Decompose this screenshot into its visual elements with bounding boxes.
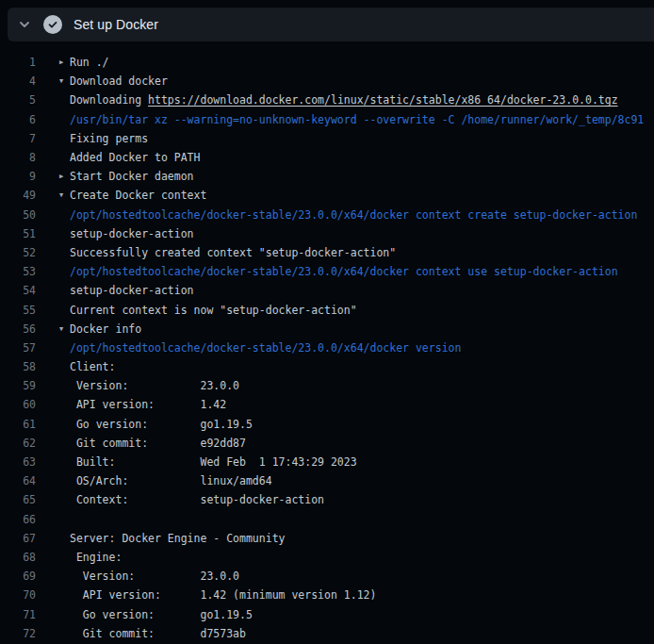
log-line: 54setup-docker-action [0,281,654,300]
line-number[interactable]: 59 [0,379,36,392]
log-text: Version: 23.0.0 [70,379,239,392]
log-text: Server: Docker Engine - Community [70,532,285,545]
line-number[interactable]: 5 [0,93,36,107]
log-line: 67Server: Docker Engine - Community [0,529,654,548]
log-text: Engine: [70,551,122,564]
log-text: Go version: go1.19.5 [70,418,253,431]
chevron-down-icon[interactable] [17,17,32,32]
log-line: 70 API version: 1.42 (minimum version 1.… [0,586,654,604]
log-text: Successfully created context "setup-dock… [70,246,396,259]
line-number[interactable]: 55 [0,304,36,317]
line-number[interactable]: 71 [0,608,36,621]
line-number[interactable]: 7 [0,132,36,145]
log-line[interactable]: 4▼Download docker [0,72,654,91]
log-line[interactable]: 1▶Run ./ [0,53,654,72]
step-header[interactable]: Set up Docker [8,8,654,41]
log-text: Version: 23.0.0 [70,570,239,583]
log-text: API version: 1.42 (minimum version 1.12) [70,588,376,602]
log-line: 69 Version: 23.0.0 [0,567,654,586]
log-line: 72 Git commit: d7573ab [0,624,654,643]
line-number[interactable]: 62 [0,437,36,450]
log-line: 53/opt/hostedtoolcache/docker-stable/23.… [0,262,654,281]
triangle-right-icon[interactable]: ▶ [59,170,63,183]
log-command: /opt/hostedtoolcache/docker-stable/23.0.… [70,341,461,355]
line-number[interactable]: 66 [0,513,36,526]
log-group-title[interactable]: Run ./ [70,56,109,69]
log-text: API version: 1.42 [70,398,226,411]
log-text: setup-docker-action [70,227,194,240]
log-line: 61 Go version: go1.19.5 [0,415,654,434]
log-group-header: ▼Docker info [70,322,141,336]
log-text: OS/Arch: linux/amd64 [70,474,272,487]
line-number[interactable]: 56 [0,322,36,336]
log-line: 7Fixing perms [0,129,654,148]
line-number[interactable]: 49 [0,189,36,202]
log-lines: 1▶Run ./4▼Download docker5Downloading ht… [0,53,654,643]
line-number[interactable]: 54 [0,284,36,297]
log-command: /usr/bin/tar xz --warning=no-unknown-key… [70,113,644,126]
log-text: Git commit: e92dd87 [70,437,246,450]
line-number[interactable]: 69 [0,570,36,583]
line-number[interactable]: 70 [0,588,36,602]
triangle-down-icon[interactable]: ▼ [59,189,63,202]
log-line: 55Current context is now "setup-docker-a… [0,300,654,319]
log-line[interactable]: 9▶Start Docker daemon [0,167,654,186]
log-line: 60 API version: 1.42 [0,395,654,414]
line-number[interactable]: 51 [0,227,36,240]
line-number[interactable]: 57 [0,341,36,355]
check-circle-icon [43,15,62,34]
line-number[interactable]: 72 [0,627,36,640]
log-text: setup-docker-action [70,284,194,297]
log-line: 58Client: [0,357,654,376]
line-number[interactable]: 64 [0,474,36,487]
log-line: 52Successfully created context "setup-do… [0,243,654,262]
log-command: /opt/hostedtoolcache/docker-stable/23.0.… [70,265,618,278]
log-group-header: ▶Start Docker daemon [70,170,194,183]
log-line: 71 Go version: go1.19.5 [0,604,654,623]
line-number[interactable]: 61 [0,418,36,431]
line-number[interactable]: 9 [0,170,36,183]
log-line[interactable]: 49▼Create Docker context [0,186,654,205]
log-line: 64 OS/Arch: linux/amd64 [0,471,654,490]
log-text: Client: [70,360,115,373]
log-line: 59 Version: 23.0.0 [0,376,654,395]
line-number[interactable]: 50 [0,208,36,222]
line-number[interactable]: 68 [0,551,36,564]
line-number[interactable]: 53 [0,265,36,278]
line-number[interactable]: 67 [0,532,36,545]
triangle-right-icon[interactable]: ▶ [59,56,63,69]
line-number[interactable]: 63 [0,455,36,469]
log-line: 63 Built: Wed Feb 1 17:43:29 2023 [0,453,654,471]
line-number[interactable]: 52 [0,246,36,259]
log-group-title[interactable]: Download docker [70,74,168,88]
triangle-down-icon[interactable]: ▼ [59,322,63,336]
log-text: Fixing perms [70,132,148,145]
download-url-link[interactable]: https://download.docker.com/linux/static… [148,93,618,107]
log-text: Built: Wed Feb 1 17:43:29 2023 [70,455,357,469]
log-line: 62 Git commit: e92dd87 [0,434,654,453]
log-text: Go version: go1.19.5 [70,608,253,621]
log-text: Git commit: d7573ab [70,627,246,640]
log-group-header: ▶Run ./ [70,56,109,69]
log-line: 50/opt/hostedtoolcache/docker-stable/23.… [0,206,654,224]
line-number[interactable]: 4 [0,74,36,88]
log-group-title[interactable]: Start Docker daemon [70,170,194,183]
step-title: Set up Docker [74,17,158,32]
log-group-title[interactable]: Create Docker context [70,189,206,202]
log-line: 68 Engine: [0,548,654,567]
log-group-header: ▼Download docker [70,74,168,88]
log-text: Current context is now "setup-docker-act… [70,304,357,317]
line-number[interactable]: 58 [0,360,36,373]
line-number[interactable]: 6 [0,113,36,126]
log-line[interactable]: 56▼Docker info [0,320,654,339]
line-number[interactable]: 8 [0,151,36,164]
line-number[interactable]: 1 [0,56,36,69]
log-command: /opt/hostedtoolcache/docker-stable/23.0.… [70,208,637,222]
log-line: 5Downloading https://download.docker.com… [0,91,654,109]
log-group-title[interactable]: Docker info [70,322,141,336]
log-viewer: 1▶Run ./4▼Download docker5Downloading ht… [0,41,654,644]
line-number[interactable]: 65 [0,493,36,506]
line-number[interactable]: 60 [0,398,36,411]
triangle-down-icon[interactable]: ▼ [59,74,63,88]
log-line: 6/usr/bin/tar xz --warning=no-unknown-ke… [0,110,654,129]
